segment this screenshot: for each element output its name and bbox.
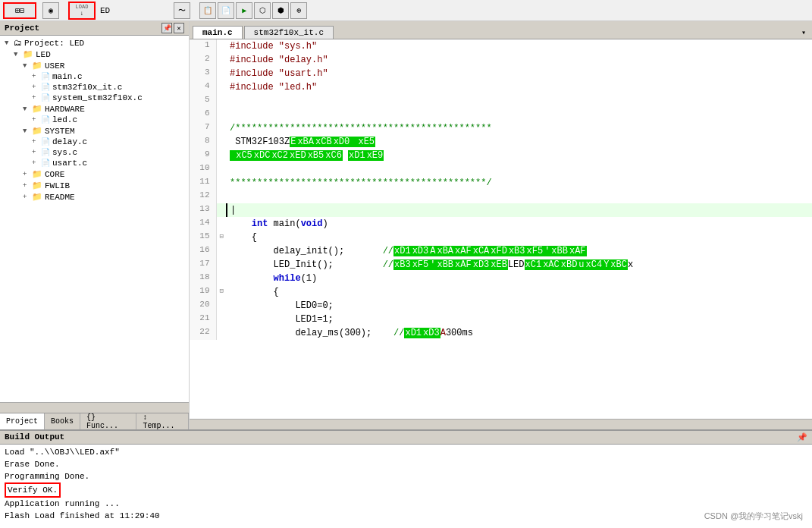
tree-item-main-c[interactable]: + 📄 main.c: [2, 71, 187, 82]
tree-item-led[interactable]: ▼ 📁 LED: [2, 49, 187, 60]
code-area[interactable]: 1 #include "sys.h" 2 #include "delay.h" …: [190, 39, 812, 419]
tab-func-label: {} Func...: [86, 413, 130, 430]
toolbar: ⊞⊟ ◉ LOAD ↓ ED 〜 📋 📄 ▶ ⬡ ⬢ ⊕: [0, 0, 812, 21]
tree-item-project[interactable]: ▼ 🗂 Project: LED: [2, 37, 187, 49]
tree-item-delay-c[interactable]: + 📄 delay.c: [2, 137, 187, 147]
tree-label-system: system_stm32f10x.c: [52, 93, 143, 102]
expand-main-icon: +: [32, 73, 39, 80]
line-code-9: xC5xDCxC2xEDxB5xC6 xD1xE9: [227, 149, 812, 162]
tree-item-stm32-it[interactable]: + 📄 stm32f10x_it.c: [2, 82, 187, 93]
line-num-15: 15: [190, 231, 216, 244]
editor-tab-main-c[interactable]: main.c: [193, 26, 243, 39]
toolbar-btn-3[interactable]: ◉: [42, 2, 59, 19]
table-row: 4 #include "led.h": [190, 80, 812, 94]
tree-item-user[interactable]: ▼ 📁 USER: [2, 60, 187, 71]
line-expand-18: [216, 272, 227, 285]
line-expand-3: [216, 67, 227, 80]
tree-scrollbar[interactable]: [0, 402, 189, 413]
line-code-13[interactable]: |: [227, 203, 812, 217]
tree-item-sys-c[interactable]: + 📄 sys.c: [2, 147, 187, 158]
tree-label-led-c: led.c: [52, 115, 77, 124]
line-code-2: #include "delay.h": [227, 53, 812, 67]
table-row: 21 LED1=1;: [190, 313, 812, 326]
line-expand-17: [216, 258, 227, 272]
editor-tab-dropdown[interactable]: ▾: [798, 27, 809, 39]
tree-item-readme[interactable]: + 📁 README: [2, 191, 187, 203]
tab-project-label: Project: [6, 417, 38, 426]
tree-label-system-folder: SYSTEM: [45, 127, 75, 136]
line-expand-8: [216, 135, 227, 149]
code-table: 1 #include "sys.h" 2 #include "delay.h" …: [190, 39, 812, 340]
file-system-icon: 📄: [41, 93, 50, 102]
line-num-19: 19: [190, 285, 216, 299]
tree-item-usart-c[interactable]: + 📄 usart.c: [2, 158, 187, 168]
build-line-2: Erase Done.: [5, 458, 807, 470]
toolbar-btn-step[interactable]: ⬡: [254, 2, 271, 19]
build-line-6: Flash Load finished at 11:29:40: [5, 510, 807, 522]
line-expand-14: [216, 217, 227, 231]
build-pin-icon: 📌: [797, 432, 807, 442]
line-code-12: [227, 190, 812, 203]
expand-fwlib-icon: +: [23, 182, 30, 190]
build-line-3: Programming Done.: [5, 470, 807, 482]
file-delay-icon: 📄: [41, 137, 50, 146]
line-expand-16: [216, 244, 227, 258]
toolbar-btn-run[interactable]: ▶: [236, 2, 252, 19]
table-row: 20 LED0=0;: [190, 299, 812, 313]
tree-label-hardware: HARDWARE: [45, 105, 85, 114]
toolbar-btn-paste[interactable]: 📄: [218, 2, 234, 19]
line-code-22: delay_ms(300); //xD1xD3A300ms: [227, 326, 812, 340]
file-led-c-icon: 📄: [41, 115, 50, 124]
line-num-3: 3: [190, 67, 216, 80]
line-expand-12: [216, 190, 227, 203]
table-row: 3 #include "usart.h": [190, 67, 812, 80]
tab-temp[interactable]: ↕ Temp...: [136, 413, 189, 429]
toolbar-btn-wave[interactable]: 〜: [174, 2, 190, 19]
line-num-17: 17: [190, 258, 216, 272]
line-code-11: ****************************************…: [227, 176, 812, 190]
expand-system-icon: +: [32, 94, 39, 102]
panel-pin-btn[interactable]: 📌: [161, 23, 172, 33]
line-num-13: 13: [190, 203, 216, 217]
toolbar-btn-load[interactable]: LOAD ↓: [68, 2, 96, 20]
build-header: Build Output 📌: [0, 431, 812, 445]
line-expand-15[interactable]: ⊟: [216, 231, 227, 244]
toolbar-btn-stop[interactable]: ⬢: [272, 2, 289, 19]
tree-item-core[interactable]: + 📁 CORE: [2, 168, 187, 180]
panel-close-btn[interactable]: ✕: [174, 23, 184, 33]
line-expand-13: [216, 203, 227, 217]
folder-readme-icon: 📁: [32, 192, 42, 202]
tree-item-system[interactable]: + 📄 system_stm32f10x.c: [2, 93, 187, 103]
table-row: 10: [190, 162, 812, 176]
line-num-18: 18: [190, 272, 216, 285]
tab-func[interactable]: {} Func...: [80, 413, 136, 429]
expand-sys-icon: +: [32, 149, 39, 156]
tab-project[interactable]: Project: [0, 413, 45, 429]
expand-hardware-icon: ▼: [23, 105, 30, 113]
line-num-5: 5: [190, 94, 216, 108]
tree-label-core: CORE: [45, 170, 64, 179]
tree-item-system-folder[interactable]: ▼ 📁 SYSTEM: [2, 125, 187, 137]
toolbar-btn-extra[interactable]: ⊕: [290, 2, 307, 19]
toolbar-btn-copy[interactable]: 📋: [199, 2, 216, 19]
toolbar-icon-3: ◉: [49, 6, 53, 15]
code-hscroll[interactable]: [190, 419, 812, 429]
build-output-title: Build Output: [5, 432, 64, 442]
line-num-21: 21: [190, 313, 216, 326]
table-row: 15 ⊟ {: [190, 231, 812, 244]
panel-tabs: Project Books {} Func... ↕ Temp...: [0, 413, 189, 429]
line-num-10: 10: [190, 162, 216, 176]
tree-item-hardware[interactable]: ▼ 📁 HARDWARE: [2, 103, 187, 115]
editor-tab-stm32[interactable]: stm32f10x_it.c: [244, 26, 334, 39]
line-expand-19[interactable]: ⊟: [216, 285, 227, 299]
tree-item-led-c[interactable]: + 📄 led.c: [2, 115, 187, 125]
build-line-verify-wrapper: Verify OK.: [5, 482, 807, 498]
tree-item-fwlib[interactable]: + 📁 FWLIB: [2, 180, 187, 191]
tab-books[interactable]: Books: [45, 413, 80, 429]
table-row: 2 #include "delay.h": [190, 53, 812, 67]
line-num-6: 6: [190, 108, 216, 121]
line-num-8: 8: [190, 135, 216, 149]
line-expand-2: [216, 53, 227, 67]
expand-usart-icon: +: [32, 159, 39, 167]
toolbar-btn-build[interactable]: ⊞⊟: [3, 2, 36, 19]
